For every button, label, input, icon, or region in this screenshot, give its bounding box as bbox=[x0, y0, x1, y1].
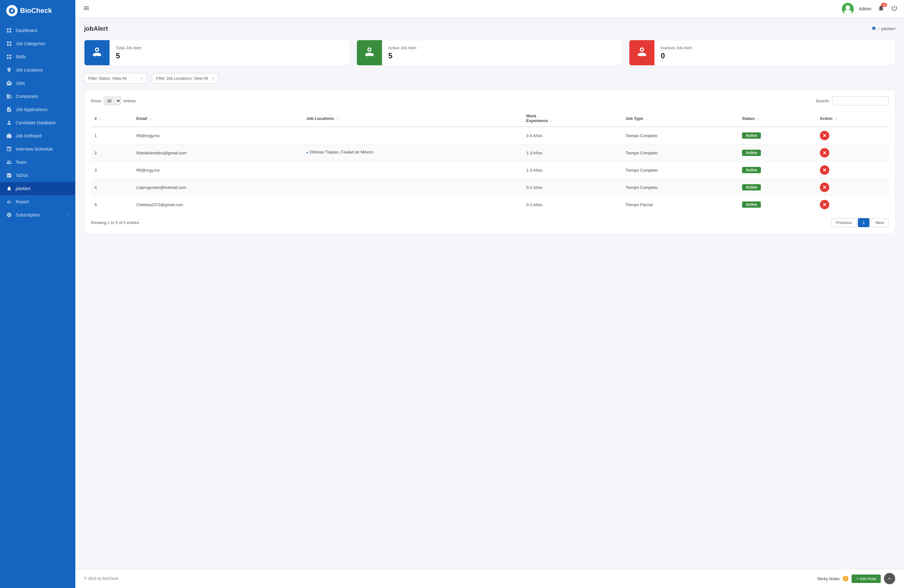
breadcrumb-home[interactable] bbox=[871, 26, 876, 32]
table-row: 4Lojerogomez@hotmail.com0-1 AñosTiempo C… bbox=[91, 179, 889, 196]
sort-icon-action[interactable]: ↕ bbox=[835, 117, 837, 121]
cell-action: ✕ bbox=[816, 127, 889, 144]
delete-button[interactable]: ✕ bbox=[820, 183, 829, 192]
cell-job-type: Tiempo Completo bbox=[622, 144, 738, 162]
breadcrumb-current: jobAlert bbox=[881, 26, 895, 31]
show-entries-control: Show 102550100 entries bbox=[91, 97, 136, 105]
delete-button[interactable]: ✕ bbox=[820, 166, 829, 175]
page-title: jobAlert bbox=[84, 25, 108, 32]
svg-rect-11 bbox=[10, 55, 11, 56]
sidebar-item-candidate-database[interactable]: Candidate Database bbox=[0, 116, 75, 129]
notification-badge: 13 bbox=[881, 3, 887, 7]
search-label: Search: bbox=[815, 99, 830, 103]
filter-location[interactable]: Filter Job Locations: View All bbox=[152, 73, 218, 84]
cell-location: •Oficinas Tlalpan, Ciudad de México bbox=[303, 144, 522, 162]
status-badge: Active bbox=[742, 167, 761, 173]
col-num: # ↕ bbox=[91, 110, 133, 127]
delete-button[interactable]: ✕ bbox=[820, 148, 829, 158]
col-action: Action ↕ bbox=[816, 110, 889, 127]
search-input[interactable] bbox=[832, 96, 889, 106]
sidebar-item-job-applications[interactable]: Job Applications bbox=[0, 103, 75, 116]
svg-rect-5 bbox=[10, 31, 11, 33]
cell-experience: 1-3 Años bbox=[522, 144, 622, 162]
sort-icon-job-type[interactable]: ↕ bbox=[646, 117, 648, 121]
sidebar-item-job-onboard[interactable]: Job OnBoard bbox=[0, 129, 75, 142]
svg-point-22 bbox=[641, 49, 643, 51]
sidebar-label-todos: ToDos bbox=[16, 173, 28, 178]
table-row: 3Rfl@nrgy.mx1-3 AñosTiempo CompletoActiv… bbox=[91, 162, 889, 179]
cell-email: Chelsea2373@gmail.com bbox=[133, 196, 303, 213]
sidebar-item-skills[interactable]: Skills bbox=[0, 50, 75, 63]
stat-icon-total bbox=[84, 40, 109, 65]
sidebar-item-report[interactable]: Report bbox=[0, 195, 75, 208]
sidebar-item-job-locations[interactable]: Job Locations bbox=[0, 63, 75, 77]
sort-icon-status[interactable]: ↕ bbox=[757, 117, 759, 121]
sidebar-label-team: Team bbox=[16, 160, 26, 165]
add-note-button[interactable]: + Add Note bbox=[852, 574, 881, 583]
stat-info-active: Active Job Alert 5 bbox=[382, 41, 423, 65]
logo-icon bbox=[6, 5, 17, 16]
sort-icon-num[interactable]: ↕ bbox=[99, 117, 101, 121]
sticky-notes-count: 1 bbox=[843, 576, 849, 582]
sort-icon-email[interactable]: ↕ bbox=[150, 117, 152, 121]
delete-button[interactable]: ✕ bbox=[820, 131, 829, 140]
sidebar-item-dashboard[interactable]: Dashboard bbox=[0, 24, 75, 37]
entries-select[interactable]: 102550100 bbox=[104, 97, 121, 105]
svg-point-1 bbox=[11, 9, 13, 12]
sticky-notes-label: Sticky Notes bbox=[817, 576, 840, 581]
sidebar-label-report: Report bbox=[16, 199, 29, 204]
page-1-button[interactable]: 1 bbox=[858, 218, 869, 227]
sticky-notes-bar: Sticky Notes 1 + Add Note bbox=[817, 573, 895, 584]
subscription-chevron: ‹ bbox=[68, 213, 69, 217]
next-button[interactable]: Next bbox=[871, 218, 889, 227]
cell-location bbox=[303, 179, 522, 196]
sidebar-item-todos[interactable]: ToDos bbox=[0, 169, 75, 182]
sort-icon-experience[interactable]: ↕ bbox=[550, 118, 552, 123]
sidebar-item-companies[interactable]: Companies bbox=[0, 90, 75, 103]
stat-value-inactive: 0 bbox=[661, 52, 692, 60]
svg-rect-9 bbox=[10, 44, 11, 46]
stat-card-inactive: Inactive Job Alert 0 bbox=[629, 40, 895, 66]
stat-label-active: Active Job Alert bbox=[388, 46, 417, 50]
col-experience: WorkExperience ↕ bbox=[522, 110, 622, 127]
sidebar-item-jobs[interactable]: Jobs bbox=[0, 77, 75, 90]
sidebar-item-interview-schedule[interactable]: Interview Schedule bbox=[0, 142, 75, 156]
sidebar-label-jobs: Jobs bbox=[16, 80, 25, 86]
sidebar-item-team[interactable]: Team bbox=[0, 156, 75, 169]
sidebar-label-skills: Skills bbox=[16, 54, 26, 59]
sort-icon-location[interactable]: ↕ bbox=[337, 117, 339, 121]
sidebar-label-candidate-database: Candidate Database bbox=[16, 120, 56, 125]
cell-email: Rfl@nrgy.mx bbox=[133, 127, 303, 144]
sidebar-item-subscription[interactable]: Subscription ‹ bbox=[0, 208, 75, 222]
sidebar-label-dashboard: Dashboard bbox=[16, 28, 37, 33]
filter-status[interactable]: Filter Status: View AllActiveInactive bbox=[84, 73, 147, 84]
svg-point-15 bbox=[846, 5, 850, 10]
pagination-controls: Previous 1 Next bbox=[831, 218, 889, 227]
status-badge: Active bbox=[742, 202, 761, 208]
sidebar-nav: Dashboard Job Categories Skills Job Loca… bbox=[0, 21, 75, 588]
sidebar-item-job-categories[interactable]: Job Categories bbox=[0, 37, 75, 50]
delete-button[interactable]: ✕ bbox=[820, 200, 829, 209]
cell-email: Rfl@nrgy.mx bbox=[133, 162, 303, 179]
stat-value-active: 5 bbox=[388, 52, 417, 60]
entries-label: entries bbox=[124, 99, 136, 103]
main-content: jobAlert / jobAlert bbox=[75, 17, 904, 569]
showing-text: Showing 1 to 5 of 5 entries bbox=[91, 220, 139, 225]
breadcrumb: / jobAlert bbox=[871, 26, 895, 32]
power-button[interactable] bbox=[891, 5, 898, 13]
stat-icon-active bbox=[357, 40, 382, 65]
cell-location bbox=[303, 127, 522, 144]
cell-experience: 0-1 Años bbox=[522, 179, 622, 196]
cell-status: Active bbox=[738, 179, 816, 196]
cell-experience: 0-1 Años bbox=[522, 196, 622, 213]
avatar[interactable] bbox=[842, 3, 854, 15]
svg-rect-13 bbox=[10, 57, 11, 59]
sidebar-item-jobalert[interactable]: jobAlert bbox=[0, 182, 75, 195]
sidebar-label-job-categories: Job Categories bbox=[16, 41, 45, 46]
stat-label-total: Total Job Alert bbox=[116, 46, 142, 50]
prev-button[interactable]: Previous bbox=[831, 218, 857, 227]
notification-button[interactable]: 13 bbox=[876, 3, 886, 14]
footer: © 2024 by BioCheck Sticky Notes 1 + Add … bbox=[75, 569, 904, 588]
scroll-top-button[interactable] bbox=[884, 573, 895, 584]
hamburger-button[interactable] bbox=[82, 3, 91, 14]
